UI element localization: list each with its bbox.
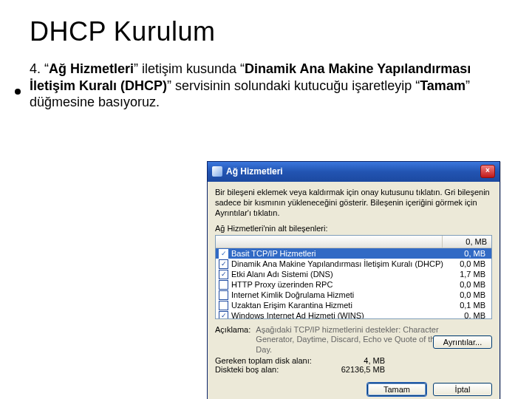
list-item[interactable]: HTTP Proxy üzerinden RPC0,0 MB: [216, 279, 491, 290]
checkbox[interactable]: ✓: [219, 311, 228, 320]
dialog-titlebar[interactable]: Ağ Hizmetleri ×: [208, 162, 499, 182]
component-list-label: Ağ Hizmetleri'nin alt bileşenleri:: [215, 224, 492, 233]
item-label: Uzaktan Erişim Karantina Hizmeti: [231, 301, 449, 310]
item-label: Windows Internet Ad Hizmeti (WINS): [231, 311, 449, 319]
dialog-title: Ağ Hizmetleri: [226, 166, 283, 177]
step-number: 4.: [30, 61, 41, 76]
details-button[interactable]: Ayrıntılar...: [433, 335, 492, 349]
item-label: Internet Kimlik Doğrulama Hizmeti: [231, 290, 449, 299]
checkbox[interactable]: [219, 290, 228, 300]
dialog-footer: Tamam İptal: [215, 383, 492, 396]
checkbox[interactable]: ✓: [219, 259, 228, 269]
dialog-icon: [212, 166, 222, 177]
component-list[interactable]: 0, MB ✓Basit TCP/IP Hizmetleri0, MB✓Dina…: [215, 235, 492, 319]
item-size: 1,7 MB: [449, 270, 488, 279]
close-button[interactable]: ×: [480, 165, 495, 178]
list-item[interactable]: ✓Basit TCP/IP Hizmetleri0, MB: [216, 248, 491, 259]
list-item[interactable]: ✓Dinamik Ana Makine Yapılandırması İleti…: [216, 259, 491, 269]
disk-sizes: Gereken toplam disk alanı: 4, MB Disktek…: [215, 356, 492, 374]
item-size: 0, MB: [449, 311, 488, 319]
dialog-intro: Bir bileşeni eklemek veya kaldırmak için…: [215, 188, 492, 218]
network-services-dialog: Ağ Hizmetleri × Bir bileşeni eklemek vey…: [207, 161, 500, 399]
required-space-value: 4, MB: [326, 356, 385, 365]
checkbox[interactable]: ✓: [219, 270, 228, 279]
list-item[interactable]: Uzaktan Erişim Karantina Hizmeti0,1 MB: [216, 300, 491, 310]
col-size[interactable]: 0, MB: [443, 236, 491, 248]
list-item[interactable]: ✓Windows Internet Ad Hizmeti (WINS)0, MB: [216, 310, 491, 319]
slide: DHCP Kurulum 4. “Ağ Hizmetleri” iletişim…: [0, 0, 532, 399]
item-size: 0,0 MB: [449, 259, 488, 268]
list-header: 0, MB: [216, 236, 491, 248]
free-space-label: Diskteki boş alan:: [215, 365, 326, 374]
col-name[interactable]: [216, 236, 443, 248]
bullet-icon: [15, 89, 21, 95]
checkbox[interactable]: [219, 301, 228, 310]
slide-title: DHCP Kurulum: [30, 16, 502, 47]
item-label: Etki Alanı Adı Sistemi (DNS): [231, 270, 449, 279]
list-item[interactable]: ✓Etki Alanı Adı Sistemi (DNS)1,7 MB: [216, 269, 491, 279]
item-size: 0,1 MB: [449, 301, 488, 310]
list-rows: ✓Basit TCP/IP Hizmetleri0, MB✓Dinamik An…: [216, 248, 491, 319]
checkbox[interactable]: ✓: [219, 249, 228, 259]
ok-button[interactable]: Tamam: [367, 383, 426, 396]
list-item[interactable]: Internet Kimlik Doğrulama Hizmeti0,0 MB: [216, 290, 491, 300]
description-label: Açıklama:: [215, 325, 250, 334]
description-text: Aşağıdaki TCP/IP hizmetlerini destekler:…: [256, 325, 448, 355]
dialog-body: Bir bileşeni eklemek veya kaldırmak için…: [208, 182, 499, 399]
free-space-value: 62136,5 MB: [326, 365, 385, 374]
item-size: 0, MB: [449, 249, 488, 258]
item-size: 0,0 MB: [449, 280, 488, 289]
item-label: HTTP Proxy üzerinden RPC: [231, 280, 449, 289]
item-label: Basit TCP/IP Hizmetleri: [231, 249, 449, 258]
item-size: 0,0 MB: [449, 290, 488, 299]
required-space-label: Gereken toplam disk alanı:: [215, 356, 326, 365]
cancel-button[interactable]: İptal: [433, 383, 492, 396]
slide-body: 4. “Ağ Hizmetleri” iletişim kusunda “Din…: [30, 61, 488, 111]
item-label: Dinamik Ana Makine Yapılandırması İletiş…: [231, 259, 449, 268]
checkbox[interactable]: [219, 280, 228, 290]
